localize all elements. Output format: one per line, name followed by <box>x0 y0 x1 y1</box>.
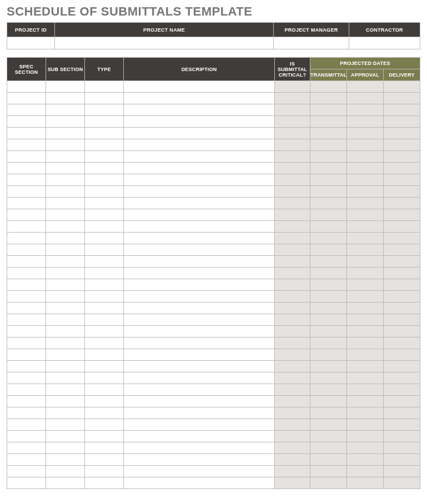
cell-is-critical[interactable] <box>275 466 310 477</box>
cell-delivery[interactable] <box>384 244 420 256</box>
cell-spec-section[interactable] <box>7 442 46 454</box>
cell-approval[interactable] <box>347 233 384 244</box>
cell-approval[interactable] <box>347 81 384 93</box>
cell-sub-section[interactable] <box>46 431 85 442</box>
cell-approval[interactable] <box>347 396 384 407</box>
cell-sub-section[interactable] <box>46 221 85 233</box>
cell-is-critical[interactable] <box>275 151 310 163</box>
cell-is-critical[interactable] <box>275 303 310 314</box>
cell-approval[interactable] <box>347 256 384 268</box>
cell-transmittal[interactable] <box>310 268 347 279</box>
cell-sub-section[interactable] <box>46 268 85 279</box>
cell-transmittal[interactable] <box>310 116 347 128</box>
cell-transmittal[interactable] <box>310 477 347 489</box>
cell-delivery[interactable] <box>384 291 420 303</box>
cell-spec-section[interactable] <box>7 116 46 128</box>
cell-description[interactable] <box>124 244 275 256</box>
cell-description[interactable] <box>124 139 275 151</box>
cell-is-critical[interactable] <box>275 81 310 93</box>
cell-is-critical[interactable] <box>275 244 310 256</box>
cell-description[interactable] <box>124 442 275 454</box>
cell-description[interactable] <box>124 303 275 314</box>
cell-delivery[interactable] <box>384 303 420 314</box>
cell-transmittal[interactable] <box>310 279 347 291</box>
cell-sub-section[interactable] <box>46 209 85 221</box>
cell-spec-section[interactable] <box>7 256 46 268</box>
cell-delivery[interactable] <box>384 407 420 419</box>
cell-spec-section[interactable] <box>7 361 46 372</box>
cell-type[interactable] <box>85 186 124 198</box>
cell-delivery[interactable] <box>384 337 420 349</box>
cell-transmittal[interactable] <box>310 454 347 466</box>
cell-sub-section[interactable] <box>46 314 85 326</box>
cell-is-critical[interactable] <box>275 291 310 303</box>
cell-is-critical[interactable] <box>275 104 310 116</box>
cell-spec-section[interactable] <box>7 303 46 314</box>
cell-project-name[interactable] <box>55 37 274 49</box>
cell-is-critical[interactable] <box>275 372 310 384</box>
cell-sub-section[interactable] <box>46 233 85 244</box>
cell-type[interactable] <box>85 384 124 396</box>
cell-is-critical[interactable] <box>275 361 310 372</box>
cell-transmittal[interactable] <box>310 186 347 198</box>
cell-delivery[interactable] <box>384 279 420 291</box>
cell-spec-section[interactable] <box>7 186 46 198</box>
cell-delivery[interactable] <box>384 454 420 466</box>
cell-sub-section[interactable] <box>46 256 85 268</box>
cell-transmittal[interactable] <box>310 407 347 419</box>
cell-type[interactable] <box>85 268 124 279</box>
cell-approval[interactable] <box>347 93 384 104</box>
cell-approval[interactable] <box>347 198 384 209</box>
cell-spec-section[interactable] <box>7 407 46 419</box>
cell-sub-section[interactable] <box>46 279 85 291</box>
cell-is-critical[interactable] <box>275 337 310 349</box>
cell-is-critical[interactable] <box>275 186 310 198</box>
cell-type[interactable] <box>85 151 124 163</box>
cell-type[interactable] <box>85 337 124 349</box>
cell-contractor[interactable] <box>349 37 420 49</box>
cell-description[interactable] <box>124 477 275 489</box>
cell-type[interactable] <box>85 163 124 174</box>
cell-transmittal[interactable] <box>310 244 347 256</box>
cell-approval[interactable] <box>347 244 384 256</box>
cell-transmittal[interactable] <box>310 128 347 139</box>
cell-type[interactable] <box>85 396 124 407</box>
cell-description[interactable] <box>124 466 275 477</box>
cell-description[interactable] <box>124 209 275 221</box>
cell-spec-section[interactable] <box>7 128 46 139</box>
cell-is-critical[interactable] <box>275 128 310 139</box>
cell-approval[interactable] <box>347 279 384 291</box>
cell-delivery[interactable] <box>384 314 420 326</box>
cell-spec-section[interactable] <box>7 163 46 174</box>
cell-spec-section[interactable] <box>7 81 46 93</box>
cell-type[interactable] <box>85 128 124 139</box>
cell-is-critical[interactable] <box>275 268 310 279</box>
cell-type[interactable] <box>85 477 124 489</box>
cell-spec-section[interactable] <box>7 291 46 303</box>
cell-approval[interactable] <box>347 361 384 372</box>
cell-project-manager[interactable] <box>274 37 349 49</box>
cell-is-critical[interactable] <box>275 139 310 151</box>
cell-is-critical[interactable] <box>275 279 310 291</box>
cell-transmittal[interactable] <box>310 303 347 314</box>
cell-spec-section[interactable] <box>7 151 46 163</box>
cell-description[interactable] <box>124 396 275 407</box>
cell-is-critical[interactable] <box>275 221 310 233</box>
cell-is-critical[interactable] <box>275 93 310 104</box>
cell-sub-section[interactable] <box>46 477 85 489</box>
cell-transmittal[interactable] <box>310 256 347 268</box>
cell-transmittal[interactable] <box>310 221 347 233</box>
cell-description[interactable] <box>124 419 275 431</box>
cell-approval[interactable] <box>347 163 384 174</box>
cell-transmittal[interactable] <box>310 337 347 349</box>
cell-transmittal[interactable] <box>310 198 347 209</box>
cell-is-critical[interactable] <box>275 396 310 407</box>
cell-delivery[interactable] <box>384 151 420 163</box>
cell-sub-section[interactable] <box>46 337 85 349</box>
cell-type[interactable] <box>85 198 124 209</box>
cell-sub-section[interactable] <box>46 139 85 151</box>
cell-description[interactable] <box>124 163 275 174</box>
cell-spec-section[interactable] <box>7 419 46 431</box>
cell-delivery[interactable] <box>384 139 420 151</box>
cell-type[interactable] <box>85 466 124 477</box>
